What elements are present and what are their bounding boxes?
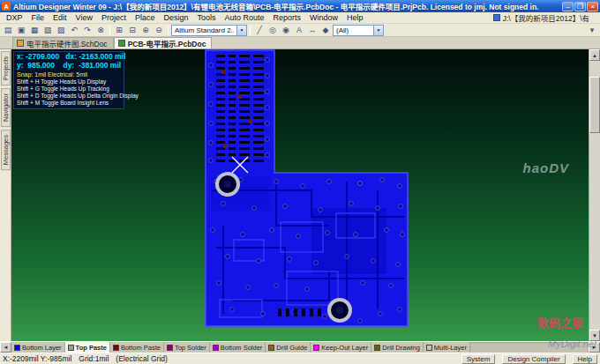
- zoom-area-icon[interactable]: ⊟: [126, 25, 139, 36]
- menu-bar: DXP File Edit View Project Place Design …: [0, 12, 600, 24]
- menu-dxp[interactable]: DXP: [2, 13, 27, 22]
- hud-y-readout: y: 985.000 dy: -381.000 mil: [17, 62, 121, 71]
- filter-combo[interactable]: (All) ▼: [333, 25, 384, 36]
- sidebar-tab-messages[interactable]: Messages: [1, 130, 11, 170]
- sidebar-tab-navigator[interactable]: Navigator: [1, 88, 11, 127]
- print-icon[interactable]: ▦: [28, 25, 41, 36]
- watermark-site-name: 数码之家: [537, 314, 583, 331]
- maximize-button[interactable]: ❐: [574, 2, 586, 11]
- hud-shortcut-delta-origin: Shift + D Toggle Heads Up Delta Origin D…: [17, 93, 121, 100]
- zoom-fit-icon[interactable]: ⊞: [113, 25, 125, 36]
- layer-color-swatch: [426, 345, 432, 351]
- layer-tab-top-paste[interactable]: Top Paste: [65, 342, 110, 353]
- recent-documents-icon[interactable]: ▨: [55, 25, 67, 36]
- tab-pcbdoc[interactable]: PCB-电平指示.PcbDoc: [114, 37, 213, 48]
- chevron-down-icon[interactable]: ▼: [373, 26, 383, 35]
- vertical-scrollbar[interactable]: ▲ ▼: [589, 49, 600, 341]
- toolbar-separator: [250, 26, 251, 35]
- altium-app-icon: A: [2, 2, 11, 11]
- layer-scroll-left-icon[interactable]: ◄: [0, 342, 11, 353]
- menu-auto-route[interactable]: Auto Route: [220, 13, 268, 22]
- undo-icon[interactable]: ↶: [68, 25, 80, 36]
- layer-color-swatch: [113, 345, 119, 351]
- print-preview-icon[interactable]: ▧: [41, 25, 54, 36]
- hud-snap-readout: Snap: 1mil Electrical: 5mil: [17, 71, 121, 78]
- vertical-scroll-track[interactable]: [589, 61, 600, 330]
- menu-place[interactable]: Place: [131, 13, 160, 22]
- zoom-in-icon[interactable]: ⊕: [139, 25, 152, 36]
- layer-tab-label: Top Solder: [175, 344, 206, 352]
- menu-window[interactable]: Window: [305, 13, 342, 22]
- main-toolbar: ▤ ▣ ▦ ▧ ▨ ↶ ↷ ⊗ ⊞ ⊟ ⊕ ⊖ Altium Standard …: [0, 24, 600, 37]
- vertical-scroll-thumb[interactable]: [589, 77, 600, 133]
- place-line-icon[interactable]: ╱: [253, 25, 266, 36]
- left-panel-strip: Projects Navigator Messages: [0, 49, 11, 341]
- toolbar-separator: [168, 26, 169, 35]
- menu-file[interactable]: File: [27, 13, 49, 22]
- hud-shortcut-tracking: Shift + G Toggle Heads Up Tracking: [17, 85, 121, 93]
- chevron-down-icon[interactable]: ▼: [236, 26, 246, 35]
- place-dimension-icon[interactable]: ↔: [306, 25, 319, 36]
- toolbar-options-icon[interactable]: ▾: [586, 25, 598, 36]
- layer-tab-label: Keep-Out Layer: [321, 344, 368, 352]
- layer-tab-keep-out[interactable]: Keep-Out Layer: [311, 342, 371, 353]
- filter-combo-value: (All): [336, 26, 371, 34]
- watermark-logo: haoDV: [522, 160, 569, 175]
- layer-tab-drill-guide[interactable]: Drill Guide: [266, 342, 311, 353]
- close-button[interactable]: ×: [587, 2, 598, 11]
- layer-color-swatch: [14, 345, 20, 351]
- layer-tab-bottom-layer[interactable]: Bottom Layer: [11, 342, 65, 353]
- place-pad-icon[interactable]: ◎: [266, 25, 279, 36]
- sidebar-tab-projects[interactable]: Projects: [1, 51, 11, 85]
- layer-tab-bottom-solder[interactable]: Bottom Solder: [210, 342, 266, 353]
- layer-tab-label: Drill Drawing: [382, 344, 420, 352]
- document-tab-bar: 电平指示硬件图.SchDoc PCB-电平指示.PcbDoc: [0, 37, 600, 49]
- cursor-position-readout: X:-2209mil Y:-985mil: [3, 354, 71, 363]
- pcb-canvas[interactable]: x: -2709.000 dx: -2163.000 mil y: 985.00…: [11, 49, 589, 341]
- place-string-icon[interactable]: A: [293, 25, 305, 36]
- layer-tab-drill-drawing[interactable]: Drill Drawing: [371, 342, 424, 353]
- zoom-out-icon[interactable]: ⊖: [153, 25, 165, 36]
- layer-tab-top-solder[interactable]: Top Solder: [164, 342, 210, 353]
- layer-color-swatch: [167, 345, 173, 351]
- window-controls: – ❐ ×: [562, 2, 598, 11]
- menu-tools[interactable]: Tools: [192, 13, 220, 22]
- main-area: Projects Navigator Messages: [0, 49, 600, 341]
- tab-schdoc[interactable]: 电平指示硬件图.SchDoc: [12, 37, 114, 48]
- layer-tab-label: Top Paste: [76, 344, 107, 352]
- menu-project[interactable]: Project: [97, 13, 131, 22]
- scroll-up-icon[interactable]: ▲: [589, 49, 600, 61]
- window-title: Altium Designer Winter 09 - J:\【我的新项目201…: [13, 1, 559, 11]
- design-compiler-panels-button[interactable]: Design Compiler: [502, 354, 565, 364]
- place-polygon-icon[interactable]: ◆: [319, 25, 332, 36]
- layer-color-swatch: [313, 345, 319, 351]
- layer-tab-label: Bottom Solder: [221, 344, 263, 352]
- layer-tab-multi-layer[interactable]: Multi-Layer: [424, 342, 470, 353]
- save-icon[interactable]: ▣: [15, 25, 27, 36]
- style-combo[interactable]: Altium Standard 2... ▼: [171, 25, 247, 36]
- layer-tab-bottom-paste[interactable]: Bottom Paste: [110, 342, 164, 353]
- layer-tab-label: Bottom Layer: [22, 344, 62, 352]
- open-document-icon[interactable]: ▤: [2, 25, 14, 36]
- status-bar: X:-2209mil Y:-985mil Grid:1mil (Electric…: [0, 353, 600, 364]
- menu-reports[interactable]: Reports: [269, 13, 306, 22]
- cross-select-icon[interactable]: ⊗: [94, 25, 107, 36]
- place-via-icon[interactable]: ◉: [280, 25, 292, 36]
- menu-view[interactable]: View: [71, 13, 97, 22]
- grid-readout: Grid:1mil: [79, 354, 109, 363]
- system-panels-button[interactable]: System: [461, 354, 496, 364]
- hud-shortcut-lens: Shift + M Toggle Board Insight Lens: [17, 100, 121, 107]
- tab-schdoc-label: 电平指示硬件图.SchDoc: [26, 38, 108, 48]
- layer-color-swatch: [268, 345, 274, 351]
- layer-tab-label: Bottom Paste: [121, 344, 161, 352]
- help-panels-button[interactable]: Help: [573, 354, 597, 364]
- redo-icon[interactable]: ↷: [81, 25, 94, 36]
- menu-edit[interactable]: Edit: [49, 13, 71, 22]
- grid-type-readout: (Electrical Grid): [116, 354, 168, 363]
- minimize-button[interactable]: –: [562, 2, 574, 11]
- menu-help[interactable]: Help: [342, 13, 368, 22]
- heads-up-display: x: -2709.000 dx: -2163.000 mil y: 985.00…: [13, 51, 124, 109]
- style-combo-value: Altium Standard 2...: [175, 26, 234, 34]
- menu-design[interactable]: Design: [159, 13, 192, 22]
- schematic-doc-icon: [17, 40, 24, 47]
